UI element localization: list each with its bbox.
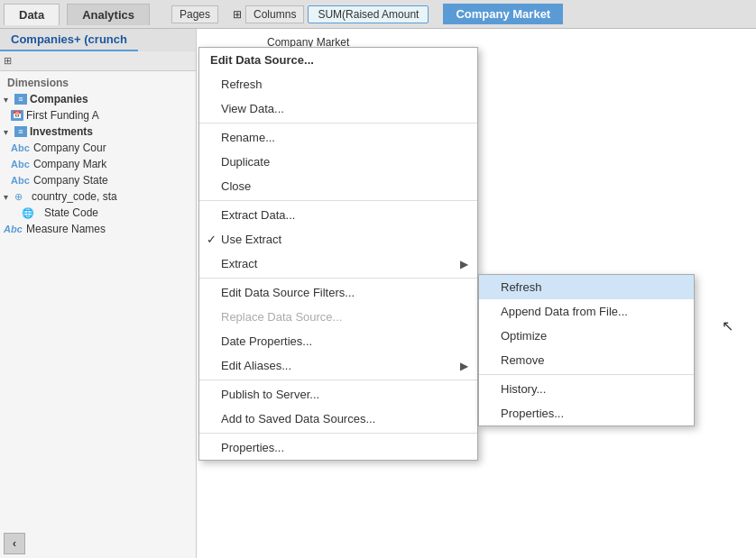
measure-names-label: Measure Names (26, 223, 106, 235)
submenu-item-label: Properties... (501, 407, 564, 420)
tree-item-first-funding[interactable]: 📅 First Funding A (0, 107, 196, 123)
submenu-item-label: History... (501, 382, 546, 396)
state-code-label: State Code (44, 206, 98, 219)
menu-item-label: Extract (221, 257, 257, 270)
submenu-item-sub-append[interactable]: Append Data from File... (479, 299, 694, 324)
submenu-item-sub-properties[interactable]: Properties... (479, 401, 694, 425)
sidebar-toolbar-icon: ⊞ (4, 55, 12, 67)
menu-item-replace-data-source: Replace Data Source... (199, 305, 477, 329)
country-code-label: country_code, sta (32, 190, 117, 203)
top-toolbar: Data Analytics Pages ⊞ Columns SUM(Raise… (0, 0, 756, 29)
sidebar-content: Dimensions ▾ ≡ Companies 📅 First Funding… (0, 71, 196, 558)
abc-icon-company-cour: Abc (11, 142, 31, 153)
tree-item-company-mark[interactable]: Abc Company Mark (0, 156, 196, 172)
menu-item-close[interactable]: Close (199, 174, 477, 198)
menu-item-rename[interactable]: Rename... (199, 125, 477, 150)
menu-separator (199, 200, 477, 201)
tree-item-investments[interactable]: ▾ ≡ Investments (0, 123, 196, 140)
sidebar-datasource[interactable]: Companies+ (crunch (0, 29, 138, 51)
investments-label: Investments (30, 125, 93, 138)
menu-item-label: Refresh (221, 78, 263, 91)
scroll-left-button[interactable]: ‹ (4, 533, 25, 554)
submenu-item-sub-optimize[interactable]: Optimize (479, 324, 694, 348)
submenu-item-sub-history[interactable]: History... (479, 377, 694, 401)
company-state-label: Company State (33, 174, 108, 187)
menu-item-edit-aliases[interactable]: Edit Aliases...▶ (199, 353, 477, 378)
submenu-item-label: Remove (501, 353, 544, 367)
toolbar-section: Pages ⊞ Columns SUM(Raised Amount (171, 5, 429, 23)
menu-item-label: Replace Data Source... (221, 310, 342, 324)
menu-item-publish-to-server[interactable]: Publish to Server... (199, 382, 477, 407)
columns-icon: ⊞ (233, 8, 242, 21)
company-market-button[interactable]: Company Market (443, 4, 563, 24)
tree-item-companies[interactable]: ▾ ≡ Companies (0, 91, 196, 107)
dimensions-header: Dimensions (0, 75, 196, 91)
table-icon-companies: ≡ (14, 94, 27, 105)
columns-label: Columns (245, 5, 304, 23)
tree-item-company-state[interactable]: Abc Company State (0, 172, 196, 188)
menu-item-label: Duplicate (221, 155, 270, 169)
submenu-item-sub-refresh[interactable]: Refresh (479, 275, 694, 299)
menu-item-view-data[interactable]: View Data... (199, 96, 477, 121)
menu-item-label: Rename... (221, 131, 275, 144)
submenu-item-sub-remove[interactable]: Remove (479, 348, 694, 372)
first-funding-label: First Funding A (26, 109, 99, 122)
tree-item-measure-names[interactable]: Abc Measure Names (0, 221, 196, 237)
context-menu-primary: Edit Data Source...RefreshView Data...Re… (198, 47, 478, 461)
company-cour-label: Company Cour (33, 142, 106, 154)
submenu-item-label: Optimize (501, 329, 547, 343)
menu-item-duplicate[interactable]: Duplicate (199, 150, 477, 174)
sum-pill: SUM(Raised Amount (308, 5, 429, 23)
submenu-item-label: Refresh (501, 280, 542, 294)
sidebar: Companies+ (crunch ⊞ Dimensions ▾ ≡ Comp… (0, 29, 197, 558)
menu-item-label: Edit Aliases... (221, 359, 291, 372)
menu-separator (199, 433, 477, 434)
menu-separator (199, 123, 477, 123)
tree-item-state-code[interactable]: 🌐 State Code (0, 205, 196, 221)
company-mark-label: Company Mark (33, 158, 106, 170)
menu-item-label: Properties... (221, 441, 284, 454)
globe-icon-state: 🌐 (22, 207, 41, 219)
menu-item-label: Edit Data Source Filters... (221, 286, 355, 299)
menu-item-extract-data[interactable]: Extract Data... (199, 203, 477, 227)
menu-item-label: Extract Data... (221, 208, 295, 222)
menu-item-add-to-saved[interactable]: Add to Saved Data Sources... (199, 407, 477, 431)
pages-label: Pages (171, 5, 218, 23)
submenu-item-label: Append Data from File... (501, 305, 628, 318)
menu-separator (199, 278, 477, 279)
submenu-arrow-icon: ▶ (460, 258, 468, 270)
submenu-arrow-icon: ▶ (460, 360, 468, 372)
menu-item-label: Publish to Server... (221, 388, 319, 401)
menu-item-label: View Data... (221, 102, 284, 115)
sidebar-toolbar: ⊞ (0, 51, 196, 71)
menu-separator (199, 380, 477, 380)
expand-arrow-country: ▾ (4, 192, 14, 202)
menu-item-edit-data-source[interactable]: Edit Data Source... (199, 48, 477, 72)
check-mark-icon: ✓ (207, 233, 217, 246)
menu-item-label: Close (221, 179, 251, 193)
menu-item-label: Date Properties... (221, 334, 312, 348)
abc-icon-company-mark: Abc (11, 159, 31, 169)
context-menu-secondary: RefreshAppend Data from File...OptimizeR… (478, 274, 695, 426)
abc-icon-company-state: Abc (11, 175, 31, 186)
hierarchy-icon: ⊕ (14, 191, 29, 203)
tab-analytics[interactable]: Analytics (67, 4, 150, 25)
tree-item-country-code[interactable]: ▾ ⊕ country_code, sta (0, 188, 196, 205)
companies-label: Companies (30, 93, 88, 105)
menu-item-refresh[interactable]: Refresh (199, 72, 477, 96)
menu-item-date-properties[interactable]: Date Properties... (199, 329, 477, 353)
menu-item-properties[interactable]: Properties... (199, 435, 477, 460)
menu-item-extract[interactable]: Extract▶ (199, 252, 477, 276)
tab-data[interactable]: Data (4, 4, 60, 25)
menu-item-label: Add to Saved Data Sources... (221, 412, 375, 425)
tree-item-company-cour[interactable]: Abc Company Cour (0, 140, 196, 156)
sidebar-tabs: Companies+ (crunch (0, 29, 196, 51)
table-icon-investments: ≡ (14, 126, 27, 137)
mouse-cursor: ↖ (722, 317, 733, 334)
field-icon-first-funding: 📅 (11, 110, 23, 121)
italic-icon-measure: Abc (4, 224, 23, 234)
submenu-separator (479, 374, 694, 375)
menu-item-use-extract[interactable]: ✓Use Extract (199, 227, 477, 252)
menu-item-edit-data-filters[interactable]: Edit Data Source Filters... (199, 280, 477, 305)
menu-item-label: Edit Data Source... (210, 53, 314, 67)
